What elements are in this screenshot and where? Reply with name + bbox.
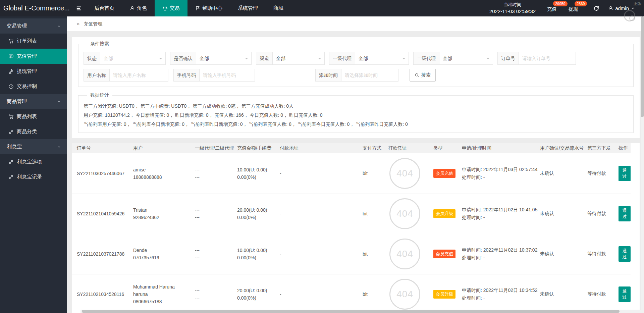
cell-order-no: SY2211030257446067 <box>72 153 128 194</box>
breadcrumb-arrows-icon: » <box>76 20 79 27</box>
col-user: 用户 <box>128 143 190 153</box>
channel-label: 渠道 <box>256 52 273 65</box>
cell-amount: 20.00(U: 0.00)0.00(0%) <box>232 194 275 234</box>
user-phone: 08066675188 <box>133 298 190 305</box>
cell-action: 通过 <box>614 234 631 274</box>
phone-input[interactable] <box>200 69 255 81</box>
refresh-icon[interactable] <box>588 0 605 16</box>
sidebar-item-interest-options[interactable]: 利息宝选项 <box>0 154 67 169</box>
apply-time: 申请时间: 2022年11月02日 10:37:02 <box>462 246 535 254</box>
user-name: Dende <box>133 247 190 254</box>
recharge-icon <box>8 54 14 59</box>
col-agents: 一级代理/二级代理 <box>190 143 232 153</box>
top-nav: 后台首页 角色 交易 帮助中心 系统管理 商城 <box>87 0 291 16</box>
link-icon <box>8 174 14 180</box>
sidebar-item-label: 充值管理 <box>17 53 37 59</box>
cell-user: Tristan9289624362 <box>128 194 190 234</box>
vertical-scrollbar-thumb[interactable] <box>641 16 644 117</box>
hamburger-icon[interactable] <box>71 0 87 16</box>
dropdown-arrow-icon <box>486 58 490 61</box>
sidebar-group-product-management[interactable]: 商品管理 <box>0 94 67 109</box>
fee: 0.00(0%) <box>237 173 275 181</box>
cell-action: 通过 <box>614 153 631 194</box>
stats-line-current-list: 当前列表用户充值: 0， 当前列表今日新增充值: 0， 当前列表昨日新增充值: … <box>84 121 628 127</box>
sidebar-item-product-category[interactable]: 商品分类 <box>0 124 67 139</box>
broken-image-404: 404 <box>389 198 420 229</box>
breadcrumb: » 充值管理 <box>67 16 644 31</box>
sidebar-item-trade-control[interactable]: 交易控制 <box>0 79 67 94</box>
cell-voucher: 404 <box>383 194 429 234</box>
table-row: SY2211030257446067 amise18888888888 ----… <box>72 153 631 194</box>
process-time: 处理时间: - <box>462 294 535 302</box>
main-area: » 充值管理 条件搜索 状态 全部 是否确认 全部 渠道 <box>67 16 644 313</box>
table-row: SY2211021037021788 Dende0707357619 -----… <box>72 234 631 274</box>
sidebar-group-trade-management[interactable]: 交易管理 <box>0 18 67 34</box>
agent1-label: 一级代理 <box>329 52 355 65</box>
approve-button[interactable]: 通过 <box>619 166 631 181</box>
agent1-select[interactable]: 全部 <box>355 52 409 65</box>
sidebar-item-label: 订单列表 <box>17 38 37 44</box>
sidebar-item-recharge-management[interactable]: 充值管理 <box>0 49 67 64</box>
search-button[interactable]: 搜索 <box>410 69 436 82</box>
broken-image-404: 404 <box>389 158 420 189</box>
chevron-down-icon <box>57 100 61 104</box>
nav-item-roles[interactable]: 角色 <box>122 0 155 16</box>
topbar: Global E-Commerce... 后台首页 角色 交易 帮助中心 系统管… <box>0 0 644 16</box>
cell-times: 申请时间: 2022年11月03日 02:57:44处理时间: - <box>457 153 535 194</box>
sidebar-item-order-list[interactable]: 订单列表 <box>0 34 67 49</box>
status-select[interactable]: 全部 <box>100 52 166 65</box>
cell-user-confirm: 未确认 <box>535 194 583 234</box>
content: 条件搜索 状态 全部 是否确认 全部 渠道 全部 一级代理 <box>67 31 644 313</box>
nav-item-help[interactable]: 帮助中心 <box>187 0 230 16</box>
sidebar-item-label: 利息宝选项 <box>17 159 42 165</box>
nav-item-mall[interactable]: 商城 <box>266 0 291 16</box>
nav-item-label: 后台首页 <box>94 5 114 11</box>
agent2-select[interactable]: 全部 <box>439 52 493 65</box>
apply-time: 申请时间: 2022年11月02日 10:34:52 <box>462 286 535 294</box>
search-legend: 条件搜索 <box>87 41 112 47</box>
nav-item-trade[interactable]: 交易 <box>155 0 187 16</box>
approve-button[interactable]: 通过 <box>619 206 631 221</box>
confirm-select[interactable]: 全部 <box>196 52 252 65</box>
cell-pay-address: - <box>275 234 358 274</box>
amount: 20.00(U: 0.00) <box>237 287 275 294</box>
username-input[interactable] <box>110 69 168 81</box>
sidebar-item-product-list[interactable]: 商品列表 <box>0 109 67 124</box>
cell-user: amise18888888888 <box>128 153 190 194</box>
order-no-input[interactable] <box>519 52 576 64</box>
apply-time: 申请时间: 2022年11月02日 10:41:05 <box>462 206 535 214</box>
search-icon <box>415 73 419 77</box>
cell-pay-address: - <box>275 153 358 194</box>
col-action: 操作 <box>614 143 631 153</box>
cell-pay-method: bit <box>358 194 383 234</box>
nav-item-system[interactable]: 系统管理 <box>230 0 266 16</box>
horizontal-scrollbar-thumb[interactable] <box>82 310 620 313</box>
cell-times: 申请时间: 2022年11月02日 10:34:52处理时间: - <box>457 274 535 313</box>
sidebar-group-interest-treasure[interactable]: 利息宝 <box>0 139 67 154</box>
topbar-spacer <box>291 0 489 16</box>
status-label: 状态 <box>84 52 100 65</box>
agent2: --- <box>195 294 232 302</box>
link-icon <box>8 159 14 165</box>
withdraw-shortcut[interactable]: 提现 2369 <box>567 0 588 16</box>
recharge-table-card: 订单号 用户 一级代理/二级代理 充值金额/手续费 付款地址 支付方式 打款凭证… <box>72 143 640 313</box>
cell-order-no: SY2211021037021788 <box>72 234 128 274</box>
app-logo: Global E-Commerce... <box>0 0 71 16</box>
user-phone: 0707357619 <box>133 254 190 261</box>
cell-agents: ------ <box>190 234 232 274</box>
cell-amount: 10.00(U: 0.00)0.00(0%) <box>232 234 275 274</box>
approve-button[interactable]: 通过 <box>619 246 631 262</box>
sidebar-item-withdraw-management[interactable]: 提现管理 <box>0 64 67 79</box>
nav-item-dashboard[interactable]: 后台首页 <box>87 0 122 16</box>
order-no-label: 订单号 <box>497 52 519 65</box>
recharge-shortcut[interactable]: 充值 29959 <box>545 0 567 16</box>
user-icon <box>130 6 135 11</box>
cell-user: Dende0707357619 <box>128 234 190 274</box>
stats-line-user-recharge: 用户充值: 10120744.2， 今日新增充值: 0， 昨日新增充值: 0， … <box>84 112 628 118</box>
sidebar-item-label: 商品列表 <box>17 113 37 120</box>
sidebar-item-interest-records[interactable]: 利息宝记录 <box>0 169 67 185</box>
channel-select[interactable]: 全部 <box>273 52 325 65</box>
withdraw-label: 提现 <box>569 6 578 12</box>
approve-button[interactable]: 通过 <box>619 286 631 302</box>
add-time-input[interactable] <box>341 69 398 81</box>
